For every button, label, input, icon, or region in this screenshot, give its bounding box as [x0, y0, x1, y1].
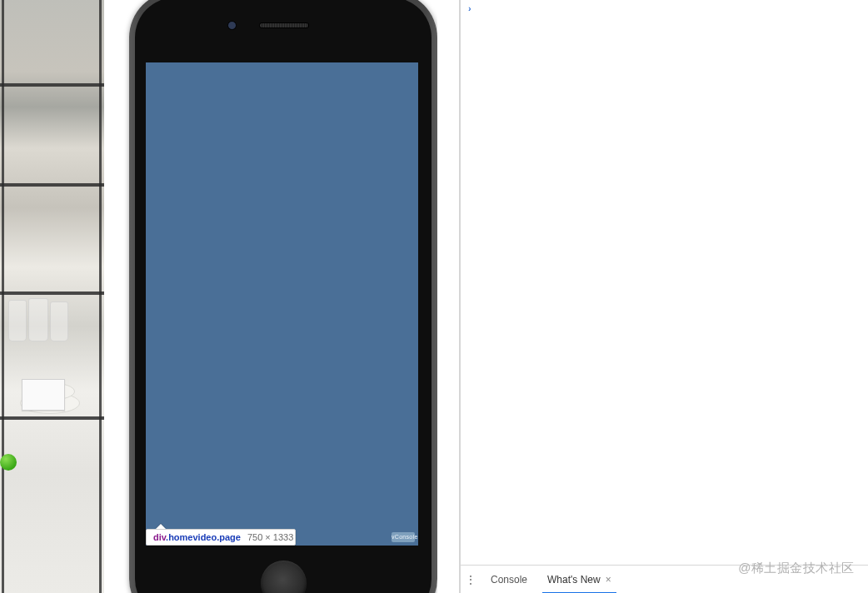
- device-preview-pane: vConsole div.homevideo.page 750 × 1333: [0, 0, 459, 593]
- inspected-element-highlight[interactable]: vConsole: [146, 62, 418, 546]
- inspector-tooltip-selector: div.homevideo.page: [153, 532, 241, 542]
- preview-gap: [437, 0, 459, 593]
- device-speaker-slot: [259, 22, 309, 28]
- devtools-console-pane: › ⋮ Console What's New × @稀土掘金技术社区: [461, 0, 868, 593]
- device-frame-iphone: vConsole div.homevideo.page 750 × 1333: [129, 0, 437, 593]
- drawer-tab-console[interactable]: Console: [481, 566, 537, 593]
- inspector-tooltip: div.homevideo.page 750 × 1333: [146, 529, 296, 546]
- page-background-photo: [0, 0, 104, 593]
- drawer-tab-close-icon[interactable]: ×: [606, 574, 611, 586]
- inspector-tooltip-tag: div: [153, 532, 166, 542]
- drawer-tab-whats-new[interactable]: What's New ×: [537, 566, 621, 593]
- console-prompt-chevron-icon[interactable]: ›: [468, 3, 471, 13]
- drawer-tab-label: Console: [491, 574, 527, 586]
- devtools-drawer: ⋮ Console What's New ×: [461, 565, 868, 593]
- device-camera-dot: [227, 21, 237, 30]
- inspector-tooltip-arrow: [156, 524, 166, 529]
- drawer-menu-kebab-icon[interactable]: ⋮: [461, 574, 481, 586]
- device-screen[interactable]: vConsole: [146, 62, 418, 546]
- drawer-tab-label: What's New: [547, 574, 601, 586]
- inspector-tooltip-classes: .homevideo.page: [166, 532, 241, 542]
- inspector-tooltip-dimensions: 750 × 1333: [247, 532, 293, 542]
- inspect-corner-badge: vConsole: [392, 532, 415, 542]
